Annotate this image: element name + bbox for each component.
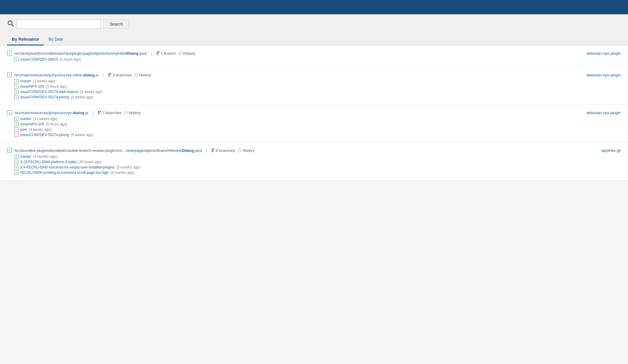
branch-time: (5 weeks ago)	[71, 133, 93, 137]
history-link[interactable]: 🕐 History	[134, 73, 151, 77]
branch-name-link[interactable]: issue/CONFDEV-36623	[20, 57, 58, 62]
branch-meta: 1 branch	[156, 51, 176, 56]
branch-expand-icon[interactable]: +	[14, 117, 18, 121]
separator: |	[92, 111, 93, 115]
file-path-link[interactable]: /src/main/resources/js/nps/survey-dialog…	[14, 111, 88, 115]
path-highlight: Dialog	[182, 148, 194, 153]
branch-expand-icon[interactable]: +	[14, 90, 18, 94]
branch-name-link[interactable]: issue/CONFDEV-35274-dark-feature	[20, 90, 78, 94]
branch-time: (2 hours ago)	[60, 57, 81, 62]
path-suffix: .js	[84, 111, 88, 115]
branch-name-link[interactable]: 3.9-FECRU-5940-functests-for-empty-user-…	[20, 165, 114, 169]
tab-by-relevance[interactable]: By Relevance	[7, 34, 44, 45]
path-suffix: .java	[194, 148, 202, 153]
branch-expand-icon[interactable]: +	[14, 57, 18, 62]
result-header: + /src/main/resources/js/nps/survey-dial…	[7, 110, 621, 115]
branch-name-link[interactable]: master	[20, 155, 31, 159]
search-bar: dialog Search	[0, 14, 628, 34]
path-prefix: /src/test/java/it/com/atlassian/nps/plug…	[14, 51, 127, 56]
search-button[interactable]: Search	[103, 20, 129, 29]
branch-name-link[interactable]: master	[20, 117, 31, 121]
search-input[interactable]: dialog	[17, 20, 101, 29]
branch-name-link[interactable]: pom	[20, 127, 27, 132]
branch-item: + 3.9-FECRU-5940-functests-for-empty-use…	[14, 165, 621, 169]
branch-expand-icon[interactable]: −	[14, 127, 18, 132]
branch-expand-icon[interactable]: +	[14, 84, 18, 89]
branch-item: + 3.10-FECRU-5949-platform-3-spike (30 h…	[14, 160, 621, 164]
expand-icon[interactable]: +	[7, 73, 12, 77]
svg-point-5	[109, 73, 109, 74]
svg-point-7	[109, 75, 109, 76]
history-icon: 🕐	[238, 149, 242, 152]
svg-point-6	[110, 73, 111, 74]
branch-expand-icon[interactable]: +	[14, 160, 18, 164]
file-path-link[interactable]: /src/main/resources/js/nps/survey-inline…	[14, 73, 98, 77]
branch-expand-icon[interactable]: +	[14, 171, 18, 175]
search-icon	[7, 20, 14, 29]
branch-name-link[interactable]: master	[20, 79, 31, 83]
history-link[interactable]: 🕐 History	[238, 148, 255, 153]
svg-point-0	[8, 21, 12, 25]
branch-list: + master (3 months ago) + 3.10-FECRU-594…	[7, 155, 621, 175]
path-highlight: dialog	[73, 111, 84, 115]
branch-item: + issue/NPS-105 (5 hours ago)	[14, 84, 621, 89]
repo-name: applinks-git	[601, 148, 621, 153]
results-container: + /src/test/java/it/com/atlassian/nps/pl…	[0, 45, 628, 180]
result-header: + /src/main/resources/js/nps/survey-inli…	[7, 73, 621, 77]
branch-name-link[interactable]: FECRU-5859-scrolling-to-comment-scroll-p…	[20, 171, 109, 175]
svg-point-12	[213, 149, 214, 149]
separator: |	[206, 148, 207, 153]
history-link[interactable]: 🕐 History	[124, 111, 141, 115]
branch-name-link[interactable]: issue/NPS-105	[20, 84, 44, 89]
history-icon: 🕐	[178, 51, 182, 55]
path-prefix: /src/bundled-plugins/bundled/crucible-br…	[14, 148, 182, 153]
history-link[interactable]: 🕐 History	[178, 51, 195, 56]
branch-expand-icon[interactable]: +	[14, 122, 18, 126]
branch-expand-icon[interactable]: +	[14, 79, 18, 83]
branch-expand-icon[interactable]: +	[14, 155, 18, 159]
history-label: History	[129, 111, 141, 115]
separator: |	[151, 51, 152, 56]
history-icon: 🕐	[124, 111, 128, 115]
svg-point-2	[157, 51, 158, 52]
branch-item: + FECRU-5859-scrolling-to-comment-scroll…	[14, 171, 621, 175]
file-path-link[interactable]: /src/test/java/it/com/atlassian/nps/plug…	[14, 51, 147, 56]
branch-expand-icon[interactable]: −	[14, 133, 18, 137]
branch-list: + issue/CONFDEV-36623 (2 hours ago)	[7, 57, 621, 62]
expand-icon[interactable]: +	[7, 148, 12, 153]
history-label: History	[139, 73, 151, 77]
branch-item: + issue/CONFDEV-35274-phong (5 weeks ago…	[14, 95, 621, 99]
branch-item: + master (11 weeks ago)	[14, 117, 621, 121]
separator: |	[103, 73, 103, 77]
history-icon: 🕐	[134, 73, 138, 77]
branch-count: 6 branches	[216, 148, 235, 153]
branch-item: + issue/CONFDEV-36623 (2 hours ago)	[14, 57, 621, 62]
branch-name-link[interactable]: issue/NPS-105	[20, 122, 44, 126]
result-item: + /src/bundled-plugins/bundled/crucible-…	[0, 143, 628, 180]
branch-name-link[interactable]: issue/CONFDEV-35274-phong	[20, 95, 69, 99]
expand-icon[interactable]: +	[7, 51, 12, 56]
tab-by-date[interactable]: By Date	[44, 34, 68, 45]
top-bar	[0, 0, 628, 14]
branch-time: (30 hours ago)	[78, 160, 101, 164]
branch-count: 1 branch	[161, 51, 176, 56]
file-path-link[interactable]: /src/bundled-plugins/bundled/crucible-br…	[14, 148, 202, 153]
branch-time: (2 weeks ago)	[33, 79, 55, 83]
svg-point-13	[212, 151, 213, 152]
branch-expand-icon[interactable]: +	[14, 95, 18, 99]
expand-icon[interactable]: +	[7, 110, 12, 115]
branch-time: (4 weeks ago)	[29, 127, 51, 132]
branch-item: − pom (4 weeks ago)	[14, 127, 621, 132]
svg-point-8	[98, 111, 99, 112]
branch-name-link[interactable]: issue/CONFDEV-35274-phong	[20, 133, 69, 137]
result-header: + /src/test/java/it/com/atlassian/nps/pl…	[7, 51, 621, 56]
branch-expand-icon[interactable]: +	[14, 165, 18, 169]
svg-point-9	[100, 111, 101, 112]
branch-meta: 7 branches	[98, 111, 121, 115]
result-item: + /src/test/java/it/com/atlassian/nps/pl…	[0, 45, 628, 67]
result-item: + /src/main/resources/js/nps/survey-dial…	[0, 105, 628, 143]
branch-list: + master (11 weeks ago) + issue/NPS-105 …	[7, 117, 621, 137]
branch-name-link[interactable]: 3.10-FECRU-5949-platform-3-spike	[20, 160, 76, 164]
result-item: + /src/main/resources/js/nps/survey-inli…	[0, 67, 628, 105]
history-label: History	[183, 51, 195, 56]
